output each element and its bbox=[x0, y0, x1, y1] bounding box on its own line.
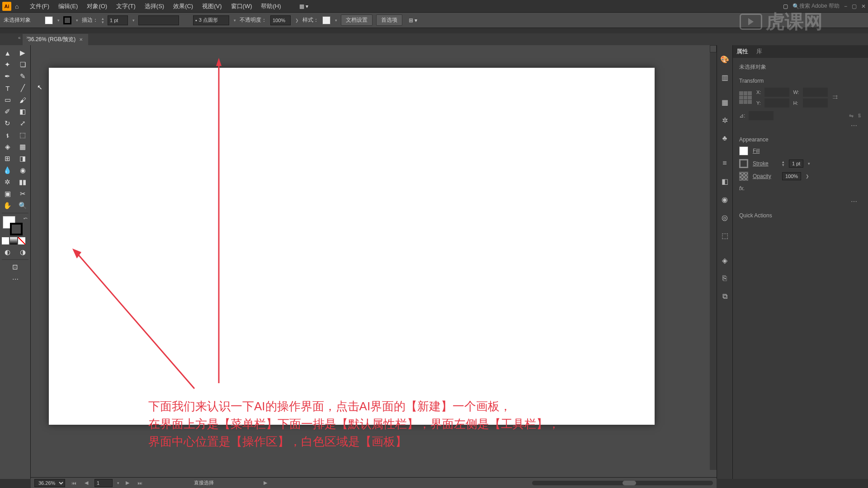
menu-help[interactable]: 帮助(H) bbox=[256, 0, 285, 12]
search-box[interactable]: 🔍 搜索 Adobe 帮助 bbox=[793, 2, 840, 10]
panel-stroke-stepper[interactable]: ▴▾ bbox=[782, 160, 784, 167]
panel-stroke-swatch[interactable] bbox=[739, 159, 748, 168]
pen-tool[interactable]: ✒ bbox=[0, 70, 15, 82]
appearance-panel-icon[interactable]: ◉ bbox=[720, 194, 730, 204]
horizontal-scrollbar[interactable] bbox=[532, 481, 713, 485]
style-swatch[interactable] bbox=[322, 16, 330, 24]
menu-window[interactable]: 窗口(W) bbox=[226, 0, 257, 12]
direct-selection-tool[interactable]: ▶ bbox=[15, 47, 31, 59]
stroke-dropdown-icon[interactable]: ▾ bbox=[76, 18, 78, 23]
opacity-dropdown-icon[interactable]: ❯ bbox=[295, 18, 299, 23]
workspace-icon[interactable]: ▢ bbox=[783, 3, 788, 9]
swatches-panel-icon[interactable]: ▥ bbox=[720, 72, 730, 82]
stroke-weight-dropdown-icon[interactable]: ▾ bbox=[132, 18, 135, 23]
hand-tool[interactable]: ✋ bbox=[0, 200, 15, 211]
libraries-tab[interactable]: 库 bbox=[756, 47, 762, 56]
tab-close-icon[interactable]: ✕ bbox=[79, 37, 83, 42]
layers-panel-icon[interactable]: ⬚ bbox=[720, 230, 730, 240]
blend-tool[interactable]: ◉ bbox=[15, 164, 31, 176]
shape-builder-tool[interactable]: ◈ bbox=[0, 141, 15, 153]
first-artboard-icon[interactable]: ⏮ bbox=[70, 480, 78, 486]
paintbrush-tool[interactable]: 🖌 bbox=[15, 94, 31, 106]
type-tool[interactable]: T bbox=[0, 82, 15, 94]
free-transform-tool[interactable]: ⬚ bbox=[15, 129, 31, 141]
scale-tool[interactable]: ⤢ bbox=[15, 117, 31, 129]
prev-artboard-icon[interactable]: ◀ bbox=[83, 480, 90, 486]
fill-dropdown-icon[interactable]: ▾ bbox=[57, 18, 60, 23]
panel-opacity-swatch[interactable] bbox=[739, 172, 748, 181]
gradient-tool[interactable]: ◨ bbox=[15, 153, 31, 164]
zoom-tool[interactable]: 🔍 bbox=[15, 200, 31, 211]
brushes-panel-icon[interactable]: ▦ bbox=[720, 97, 730, 107]
selection-tool[interactable]: ▲ bbox=[0, 47, 15, 59]
eyedropper-tool[interactable]: 💧 bbox=[0, 164, 15, 176]
fill-swatch[interactable] bbox=[45, 16, 53, 24]
rotate-tool[interactable]: ↻ bbox=[0, 117, 15, 129]
mesh-tool[interactable]: ⊞ bbox=[0, 153, 15, 164]
menu-select[interactable]: 选择(S) bbox=[140, 0, 169, 12]
shape-dropdown-icon[interactable]: ▾ bbox=[234, 18, 236, 23]
menu-effect[interactable]: 效果(C) bbox=[169, 0, 198, 12]
link-wh-icon[interactable]: ⮆ bbox=[832, 94, 838, 101]
flip-h-icon[interactable]: ⇋ bbox=[849, 113, 854, 119]
align-icon[interactable]: ⊞ ▾ bbox=[409, 17, 417, 23]
rectangle-tool[interactable]: ▭ bbox=[0, 94, 15, 106]
preferences-button[interactable]: 首选项 bbox=[376, 14, 402, 26]
edit-toolbar-icon[interactable]: ⋯ bbox=[0, 273, 30, 286]
slice-tool[interactable]: ✂ bbox=[15, 188, 31, 200]
column-graph-tool[interactable]: ▮▮ bbox=[15, 176, 31, 188]
panel-stroke-dropdown[interactable]: ▾ bbox=[808, 161, 810, 166]
symbol-sprayer-tool[interactable]: ✲ bbox=[0, 176, 15, 188]
magic-wand-tool[interactable]: ✦ bbox=[0, 59, 15, 70]
color-panel-icon[interactable]: 🎨 bbox=[720, 54, 730, 64]
next-artboard-icon[interactable]: ▶ bbox=[124, 480, 131, 486]
brush-preview[interactable] bbox=[138, 15, 179, 25]
fill-stroke-control[interactable]: ⤺ bbox=[0, 215, 30, 237]
zoom-select[interactable]: 36.26% bbox=[34, 479, 65, 487]
menu-type[interactable]: 文字(T) bbox=[112, 0, 140, 12]
panel-stroke-value[interactable]: 1 pt bbox=[789, 160, 803, 168]
artboards-panel-icon[interactable]: ⎘ bbox=[720, 273, 730, 283]
document-tab[interactable]: 36.26% (RGB/预览) ✕ bbox=[23, 34, 88, 45]
panel-opacity-dropdown[interactable]: ❯ bbox=[806, 174, 809, 178]
line-tool[interactable]: ╱ bbox=[15, 82, 31, 94]
minimize-icon[interactable]: − bbox=[844, 3, 847, 9]
eraser-tool[interactable]: ◧ bbox=[15, 106, 31, 117]
stroke-weight-input[interactable] bbox=[108, 15, 128, 25]
stroke-color-box[interactable] bbox=[10, 223, 23, 235]
swap-fill-stroke-icon[interactable]: ⤺ bbox=[24, 216, 28, 221]
transform-more-icon[interactable]: ⋯ bbox=[739, 120, 862, 131]
screen-mode-icon[interactable]: ◑ bbox=[15, 246, 31, 258]
panel-opacity-value[interactable]: 100% bbox=[782, 172, 801, 180]
appearance-more-icon[interactable]: ⋯ bbox=[739, 196, 862, 207]
h-input[interactable] bbox=[803, 99, 828, 108]
fx-button[interactable]: fx. bbox=[739, 185, 862, 192]
asset-export-panel-icon[interactable]: ◈ bbox=[720, 255, 730, 265]
lasso-tool[interactable]: ❏ bbox=[15, 59, 31, 70]
perspective-tool[interactable]: ▦ bbox=[15, 141, 31, 153]
stroke-stepper-icon[interactable]: ▴▾ bbox=[102, 17, 104, 24]
panel-fill-swatch[interactable] bbox=[739, 146, 748, 155]
w-input[interactable] bbox=[803, 88, 828, 97]
last-artboard-icon[interactable]: ⏭ bbox=[136, 480, 144, 486]
curvature-tool[interactable]: ✎ bbox=[15, 70, 31, 82]
y-input[interactable] bbox=[764, 99, 789, 108]
home-icon[interactable]: ⌂ bbox=[15, 3, 19, 10]
menu-view[interactable]: 视图(V) bbox=[198, 0, 226, 12]
change-screen-mode[interactable]: ⊡ bbox=[0, 261, 30, 273]
maximize-icon[interactable]: ▢ bbox=[852, 3, 857, 9]
canvas-area[interactable]: 下面我们来认识一下AI的操作界面，点击AI界面的【新建】一个画板， 在界面上方是… bbox=[31, 45, 717, 479]
graphic-styles-panel-icon[interactable]: ◎ bbox=[720, 212, 730, 222]
properties-tab[interactable]: 属性 bbox=[736, 47, 748, 56]
opacity-input[interactable] bbox=[270, 15, 291, 25]
color-mode-gradient[interactable] bbox=[10, 237, 17, 244]
arrange-docs-icon[interactable]: ▦ ▾ bbox=[299, 3, 308, 9]
gradient-panel-icon[interactable]: ≡ bbox=[720, 158, 730, 168]
close-icon[interactable]: ✕ bbox=[861, 3, 866, 9]
artboard-tool[interactable]: ▣ bbox=[0, 188, 15, 200]
width-tool[interactable]: ⫮ bbox=[0, 129, 15, 141]
vertical-scrollbar[interactable] bbox=[710, 45, 717, 470]
menu-file[interactable]: 文件(F) bbox=[25, 0, 54, 12]
menu-edit[interactable]: 编辑(E) bbox=[54, 0, 82, 12]
stroke-swatch[interactable] bbox=[63, 16, 71, 24]
